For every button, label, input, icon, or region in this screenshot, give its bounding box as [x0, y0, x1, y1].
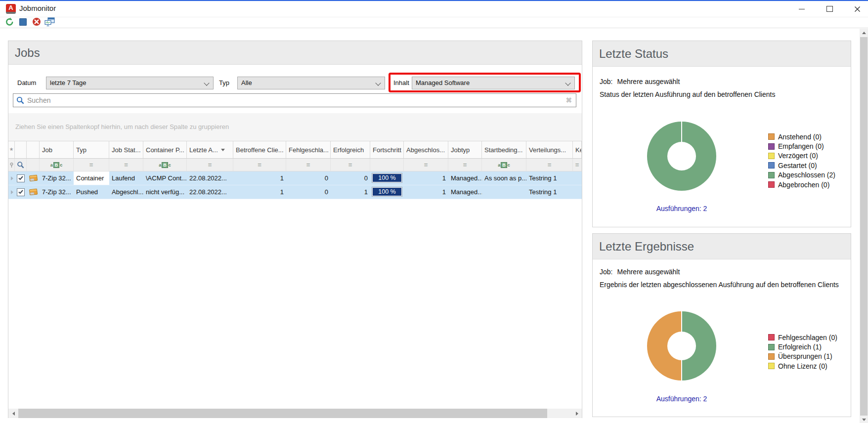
column-header-label: Fortschritt: [373, 142, 401, 158]
cell[interactable]: Container: [74, 171, 109, 185]
group-by-band[interactable]: Ziehen Sie einen Spaltenkopf hierhin, um…: [8, 113, 582, 141]
table-row[interactable]: 7-Zip 32...ContainerLaufend\ACMP Cont...…: [8, 171, 582, 185]
cell[interactable]: 1: [331, 185, 370, 199]
scroll-right-button[interactable]: [572, 409, 582, 418]
table-row[interactable]: 7-Zip 32...PushedAbgeschl...nicht verfüg…: [8, 185, 582, 199]
cell[interactable]: 22.08.2022...: [187, 171, 233, 185]
column-header-letzte-a[interactable]: Letzte A...: [187, 141, 233, 158]
cell[interactable]: 7-Zip 32...: [40, 171, 74, 185]
filter-cell[interactable]: [8, 159, 15, 171]
column-header[interactable]: [27, 141, 40, 158]
cell[interactable]: Managed...: [448, 185, 482, 199]
row-checkbox[interactable]: [15, 185, 27, 199]
cell[interactable]: 1: [404, 171, 448, 185]
column-header[interactable]: *: [8, 141, 15, 158]
column-header-label: Fehlgeschla...: [289, 142, 329, 158]
cell[interactable]: 100 %: [370, 171, 404, 185]
column-header-abgeschlos[interactable]: Abgeschlos...: [404, 141, 448, 158]
filter-cell[interactable]: =: [233, 159, 286, 171]
horizontal-scrollbar[interactable]: [8, 409, 582, 418]
column-header-ke[interactable]: Ke: [573, 141, 582, 158]
cell[interactable]: Laufend: [109, 171, 143, 185]
cell[interactable]: 0: [331, 171, 370, 185]
row-checkbox[interactable]: [15, 171, 27, 185]
cell[interactable]: Pushed: [74, 185, 109, 199]
filter-cell[interactable]: =: [286, 159, 331, 171]
status-executions-link[interactable]: Ausführungen: 2: [640, 205, 724, 212]
stop-button[interactable]: [18, 17, 28, 27]
vertical-scrollbar[interactable]: [860, 29, 868, 423]
close-button[interactable]: [853, 5, 861, 13]
filter-cell[interactable]: =: [331, 159, 370, 171]
refresh-button[interactable]: [4, 17, 15, 27]
row-indicator[interactable]: [8, 185, 15, 199]
column-header-erfolgreich[interactable]: Erfolgreich: [331, 141, 370, 158]
cell[interactable]: 1: [233, 171, 286, 185]
scroll-left-button[interactable]: [8, 409, 18, 418]
column-header-typ[interactable]: Typ: [74, 141, 109, 158]
column-header-label: Verteilungs...: [529, 142, 566, 158]
maximize-button[interactable]: [825, 5, 833, 13]
cell[interactable]: 1: [233, 185, 286, 199]
job-icon-cell[interactable]: [27, 171, 40, 185]
minimize-button[interactable]: [798, 5, 806, 13]
column-header-job-stat[interactable]: Job Stat...: [109, 141, 143, 158]
column-header-job[interactable]: Job: [40, 141, 74, 158]
column-header-verteilungs[interactable]: Verteilungs...: [526, 141, 573, 158]
cancel-button[interactable]: [31, 17, 42, 27]
column-header-fortschritt[interactable]: Fortschritt: [370, 141, 404, 158]
cell[interactable]: 22.08.2022...: [187, 185, 233, 199]
cell[interactable]: Managed...: [448, 171, 482, 185]
cell[interactable]: 100 %: [370, 185, 404, 199]
filter-cell[interactable]: aBc: [482, 159, 526, 171]
cell[interactable]: \ACMP Cont...: [143, 171, 187, 185]
scroll-up-button[interactable]: [860, 29, 868, 37]
abc-filter-icon: aBc: [50, 162, 63, 168]
vertical-scrollbar-thumb[interactable]: [860, 37, 868, 416]
row-indicator[interactable]: [8, 171, 15, 185]
cell[interactable]: Testring 1: [526, 171, 573, 185]
filter-cell[interactable]: =: [573, 159, 582, 171]
filter-cell[interactable]: aBc: [143, 159, 187, 171]
cell[interactable]: 0: [286, 185, 331, 199]
results-donut-chart: [645, 309, 719, 383]
filter-cell[interactable]: [370, 159, 404, 171]
cell[interactable]: [482, 185, 526, 199]
date-filter-combobox[interactable]: letzte 7 Tage: [46, 77, 214, 89]
cell[interactable]: nicht verfüg...: [143, 185, 187, 199]
filter-cell[interactable]: =: [448, 159, 482, 171]
filter-cell[interactable]: [27, 159, 40, 171]
column-header-jobtyp[interactable]: Jobtyp: [448, 141, 482, 158]
column-header[interactable]: [15, 141, 27, 158]
results-executions-link[interactable]: Ausführungen: 2: [640, 395, 724, 403]
cell[interactable]: [573, 171, 582, 185]
cell[interactable]: 7-Zip 32...: [40, 185, 74, 199]
job-icon-cell[interactable]: [27, 185, 40, 199]
content-filter-combobox[interactable]: Managed Software: [412, 77, 575, 89]
scroll-down-button[interactable]: [860, 416, 868, 423]
filter-cell[interactable]: =: [187, 159, 233, 171]
horizontal-scrollbar-thumb[interactable]: [18, 409, 547, 418]
cell[interactable]: As soon as p...: [482, 171, 526, 185]
column-header-betroffene-clie[interactable]: Betroffene Clie...: [233, 141, 286, 158]
filter-cell[interactable]: =: [109, 159, 143, 171]
open-jobmonitor-window-button[interactable]: [44, 17, 55, 27]
filter-cell[interactable]: =: [404, 159, 448, 171]
cell[interactable]: Testring 1: [526, 185, 573, 199]
filter-cell[interactable]: [15, 159, 27, 171]
column-header-container-p[interactable]: Container P...: [143, 141, 187, 158]
cell[interactable]: [573, 185, 582, 199]
cell[interactable]: Abgeschl...: [109, 185, 143, 199]
column-header-fehlgeschla[interactable]: Fehlgeschla...: [286, 141, 331, 158]
column-header-startbeding[interactable]: Startbeding...: [482, 141, 526, 158]
clear-search-icon[interactable]: ✖: [565, 94, 572, 107]
filter-cell[interactable]: aBc: [40, 159, 74, 171]
cell[interactable]: 0: [286, 171, 331, 185]
filter-cell[interactable]: =: [526, 159, 573, 171]
filter-cell[interactable]: =: [74, 159, 109, 171]
type-filter-combobox[interactable]: Alle: [237, 77, 385, 89]
refresh-icon: [5, 17, 14, 27]
cell[interactable]: 1: [404, 185, 448, 199]
search-input[interactable]: Suchen ✖: [13, 93, 576, 107]
results-panel: Letzte Ergebnisse Job:Mehrere ausgewählt…: [592, 233, 851, 417]
